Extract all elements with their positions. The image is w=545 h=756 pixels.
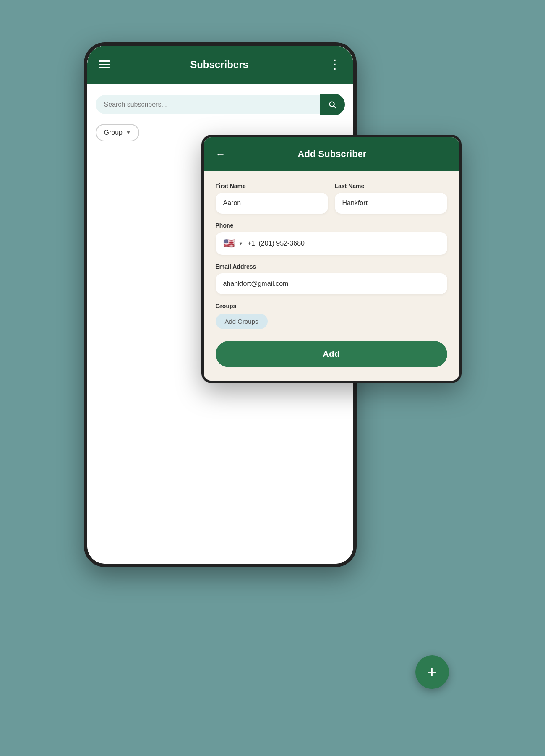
fab-add-button[interactable]: + xyxy=(415,655,449,689)
group-filter-label: Group xyxy=(104,129,123,136)
back-button[interactable]: ← xyxy=(216,148,226,160)
add-subscriber-button[interactable]: Add xyxy=(216,341,447,367)
last-name-input[interactable] xyxy=(335,193,447,214)
flag-icon: 🇺🇸 xyxy=(223,238,235,249)
groups-label: Groups xyxy=(216,303,447,309)
phone-field-wrap[interactable]: 🇺🇸 ▼ xyxy=(216,232,447,255)
search-icon xyxy=(328,100,337,109)
modal-header: ← Add Subscriber xyxy=(204,137,459,171)
add-subscriber-modal: ← Add Subscriber First Name Last Name Ph… xyxy=(201,135,462,383)
country-chevron-icon[interactable]: ▼ xyxy=(239,241,243,246)
search-input-wrap[interactable] xyxy=(96,95,320,114)
email-label: Email Address xyxy=(216,263,447,270)
email-input[interactable] xyxy=(216,273,447,294)
first-name-label: First Name xyxy=(216,183,328,189)
more-options-icon[interactable]: ⋮ xyxy=(329,58,341,71)
modal-title: Add Subscriber xyxy=(234,149,430,160)
modal-body: First Name Last Name Phone 🇺🇸 ▼ xyxy=(204,171,459,381)
phone-label: Phone xyxy=(216,222,447,229)
email-group: Email Address xyxy=(216,263,447,294)
chevron-down-icon: ▼ xyxy=(126,130,131,136)
search-button[interactable] xyxy=(320,94,345,115)
add-groups-button[interactable]: Add Groups xyxy=(216,314,268,329)
search-input[interactable] xyxy=(104,101,311,108)
group-filter-button[interactable]: Group ▼ xyxy=(96,124,139,141)
groups-section: Groups Add Groups xyxy=(216,303,447,329)
name-row: First Name Last Name xyxy=(216,183,447,214)
phone-input[interactable] xyxy=(247,240,439,247)
phone-group: Phone 🇺🇸 ▼ xyxy=(216,222,447,255)
subscribers-header: Subscribers ⋮ xyxy=(87,46,353,84)
last-name-group: Last Name xyxy=(335,183,447,214)
subscribers-title: Subscribers xyxy=(190,59,248,71)
last-name-label: Last Name xyxy=(335,183,447,189)
search-row xyxy=(96,94,345,115)
plus-icon: + xyxy=(427,664,437,680)
first-name-group: First Name xyxy=(216,183,328,214)
hamburger-icon[interactable] xyxy=(99,60,110,68)
first-name-input[interactable] xyxy=(216,193,328,214)
